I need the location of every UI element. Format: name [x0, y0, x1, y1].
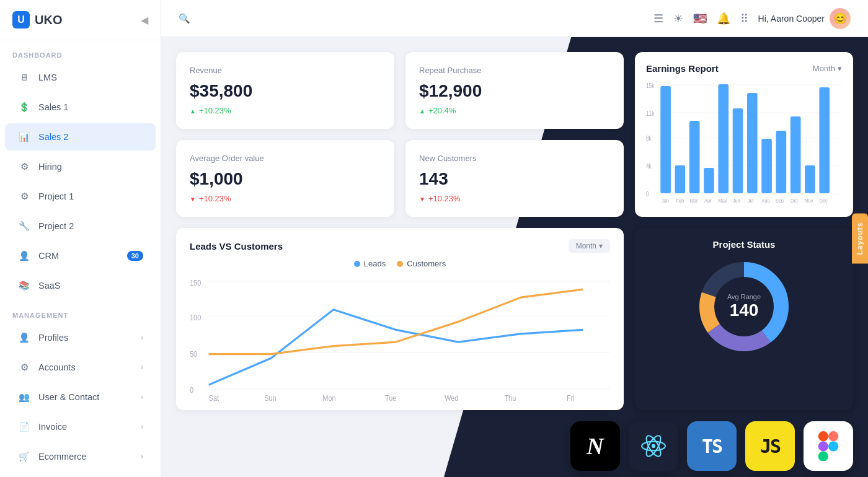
new-customers-change: +10.23%: [419, 194, 610, 203]
grid-icon[interactable]: ⠿: [740, 12, 748, 25]
month-select[interactable]: Month ▾: [813, 64, 842, 73]
leads-chart-svg: 150 100 50 0 Sat Sun Mon: [190, 273, 610, 403]
chevron-down-icon: ▾: [838, 64, 842, 73]
chevron-right-icon: ›: [141, 363, 143, 372]
customers-legend: Customers: [397, 259, 446, 268]
down-arrow-icon: [419, 194, 425, 203]
project1-icon: ⚙: [17, 190, 31, 203]
leads-title: Leads VS Customers: [190, 241, 283, 252]
donut-label: Avg Range: [727, 293, 761, 300]
project-status-card: Project Status Avg Range 140: [635, 228, 853, 410]
avg-order-card: Average Order value $1,000 +10.23%: [176, 140, 394, 217]
revenue-card: Revenue $35,800 +10.23%: [176, 52, 394, 129]
sidebar-item-label: Accounts: [38, 362, 76, 372]
sidebar-item-project2[interactable]: 🔧 Project 2: [5, 212, 156, 240]
hiring-icon: ⚙: [17, 160, 31, 173]
svg-text:Wed: Wed: [445, 393, 458, 403]
svg-rect-11: [675, 165, 686, 193]
sidebar-item-accounts[interactable]: ⚙ Accounts ›: [5, 354, 156, 381]
chevron-right-icon: ›: [141, 452, 143, 461]
sun-icon[interactable]: ☀: [673, 12, 683, 25]
sidebar-item-lms[interactable]: 🖥 LMS: [5, 64, 156, 91]
sidebar-item-profiles[interactable]: 👤 Profiles ›: [5, 324, 156, 351]
logo: U UKO: [12, 11, 62, 28]
svg-text:Tue: Tue: [385, 393, 397, 403]
leads-month-select[interactable]: Month ▾: [569, 239, 610, 253]
svg-rect-58: [828, 431, 838, 441]
svg-text:8k: 8k: [646, 135, 652, 142]
sidebar-item-label: CRM: [38, 251, 59, 261]
user-profile[interactable]: Hi, Aaron Cooper 😊: [758, 8, 851, 29]
svg-rect-12: [689, 121, 700, 193]
sidebar-item-sales2[interactable]: 📊 Sales 2: [5, 123, 156, 151]
svg-text:Apr: Apr: [704, 198, 712, 203]
svg-text:Fri: Fri: [567, 393, 575, 403]
search-bar[interactable]: 🔍: [179, 13, 377, 24]
sidebar-item-project1[interactable]: ⚙ Project 1: [5, 183, 156, 210]
svg-rect-20: [805, 165, 815, 193]
chevron-right-icon: ›: [141, 333, 143, 342]
saas-icon: 📚: [17, 279, 31, 292]
nextjs-logo: N: [570, 421, 620, 471]
figma-logo: [804, 421, 853, 471]
donut-value: 140: [727, 300, 761, 320]
svg-text:Jan: Jan: [662, 198, 669, 203]
react-logo: [629, 421, 678, 471]
user-name: Hi, Aaron Cooper: [758, 14, 825, 24]
svg-text:0: 0: [646, 191, 649, 198]
svg-text:Feb: Feb: [676, 198, 684, 203]
sidebar-item-hiring[interactable]: ⚙ Hiring: [5, 153, 156, 180]
svg-text:Aug: Aug: [761, 198, 770, 203]
sidebar-item-saas[interactable]: 📚 SaaS: [5, 272, 156, 299]
sidebar: U UKO ◀ DASHBOARD 🖥 LMS 💲 Sales 1 📊 Sale…: [0, 0, 161, 477]
tech-logos-row: N TS JS: [176, 421, 853, 477]
project-status-title: Project Status: [713, 239, 776, 250]
menu-icon[interactable]: ☰: [653, 12, 663, 25]
main: 🔍 ☰ ☀ 🇺🇸 🔔 ⠿ Hi, Aaron Cooper 😊 Revenue …: [161, 0, 868, 477]
donut-chart: Avg Range 140: [694, 257, 794, 356]
content: Revenue $35,800 +10.23% Repeat Purchase …: [161, 37, 868, 477]
logo-name: UKO: [35, 13, 62, 27]
sidebar-item-crm[interactable]: 👤 CRM 30: [5, 242, 156, 269]
collapse-button[interactable]: ◀: [141, 14, 148, 26]
profiles-icon: 👤: [17, 331, 31, 344]
typescript-logo: TS: [687, 421, 737, 471]
svg-rect-19: [790, 116, 801, 193]
project2-icon: 🔧: [17, 219, 31, 233]
avg-order-label: Average Order value: [190, 154, 381, 163]
leads-header: Leads VS Customers Month ▾: [190, 239, 610, 253]
svg-text:15k: 15k: [646, 82, 655, 89]
sidebar-item-ecommerce[interactable]: 🛒 Ecommerce ›: [5, 443, 156, 470]
sidebar-item-label: Ecommerce: [38, 452, 86, 462]
chevron-down-icon: ▾: [599, 242, 603, 250]
lms-icon: 🖥: [17, 71, 31, 84]
sidebar-item-user-contact[interactable]: 👥 User & Contact ›: [5, 383, 156, 411]
svg-text:Nov: Nov: [805, 198, 813, 203]
earnings-chart-svg: 15k 11k 8k 4k 0: [646, 79, 842, 203]
sales1-icon: 💲: [17, 100, 31, 114]
svg-text:4k: 4k: [646, 163, 652, 170]
sidebar-item-label: User & Contact: [38, 392, 99, 402]
donut-center: Avg Range 140: [727, 293, 761, 320]
accounts-icon: ⚙: [17, 361, 31, 374]
svg-text:Sat: Sat: [209, 393, 219, 403]
svg-rect-17: [761, 139, 772, 193]
earnings-title: Earnings Report: [646, 63, 719, 74]
logo-mark: U: [12, 11, 30, 28]
layouts-tab[interactable]: Layouts: [852, 213, 868, 263]
new-customers-card: New Customers 143 +10.23%: [405, 140, 624, 217]
bell-icon[interactable]: 🔔: [717, 12, 730, 25]
svg-rect-57: [818, 431, 828, 441]
flag-icon[interactable]: 🇺🇸: [693, 12, 707, 25]
svg-text:Mon: Mon: [322, 393, 335, 403]
revenue-label: Revenue: [190, 66, 381, 75]
sidebar-item-label: Invoice: [38, 422, 67, 432]
sidebar-item-label: Hiring: [38, 162, 62, 172]
chevron-right-icon: ›: [141, 393, 143, 401]
chart-legend: Leads Customers: [190, 259, 610, 268]
chevron-right-icon: ›: [141, 422, 143, 431]
svg-rect-13: [704, 168, 714, 193]
sidebar-item-sales1[interactable]: 💲 Sales 1: [5, 94, 156, 121]
revenue-value: $35,800: [190, 81, 381, 101]
sidebar-item-invoice[interactable]: 📄 Invoice ›: [5, 413, 156, 440]
